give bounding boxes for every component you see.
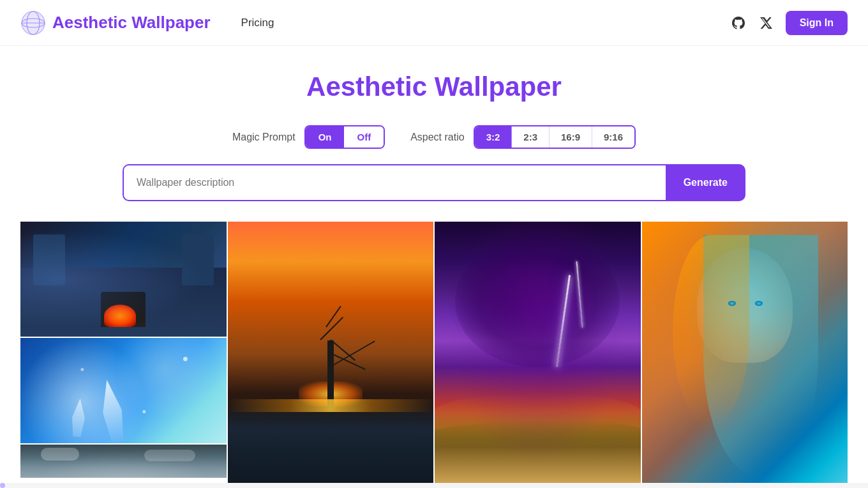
navbar-actions: Sign In (731, 11, 848, 35)
aspect-ratio-control: Aspect ratio 3:2 2:3 16:9 9:16 (410, 125, 636, 149)
twitter-x-icon-button[interactable] (759, 16, 773, 30)
brand-link[interactable]: Aesthetic Wallpaper (20, 10, 211, 36)
controls-section: Magic Prompt On Off Aspect ratio 3:2 2:3… (0, 125, 868, 149)
gallery-item[interactable] (642, 222, 848, 486)
gallery-col-1 (20, 222, 227, 486)
nav-pricing[interactable]: Pricing (241, 17, 274, 29)
aspect-buttons: 3:2 2:3 16:9 9:16 (474, 125, 636, 149)
gallery-col-3 (435, 222, 641, 486)
gallery-col-2 (228, 222, 434, 486)
aspect-3-2-button[interactable]: 3:2 (475, 126, 513, 148)
twitter-x-icon (759, 16, 773, 30)
hero-section: Aesthetic Wallpaper (0, 46, 868, 115)
gallery-item[interactable] (435, 222, 641, 486)
gallery-item[interactable] (20, 222, 227, 337)
page-title: Aesthetic Wallpaper (20, 72, 848, 102)
sign-in-button[interactable]: Sign In (786, 11, 848, 35)
prompt-input[interactable] (123, 164, 666, 201)
toggle-off-button[interactable]: Off (344, 126, 384, 148)
scrollbar-area (0, 483, 868, 486)
gallery-item[interactable] (228, 222, 434, 486)
magic-prompt-control: Magic Prompt On Off (232, 125, 385, 149)
gallery-item[interactable] (20, 338, 227, 443)
navbar: Aesthetic Wallpaper Pricing Sign In (0, 0, 868, 46)
toggle-on-button[interactable]: On (306, 126, 345, 148)
generate-button[interactable]: Generate (666, 164, 745, 201)
brand-title: Aesthetic Wallpaper (52, 13, 211, 33)
main-nav: Pricing (241, 17, 274, 29)
github-icon-button[interactable] (731, 15, 746, 31)
prompt-bar: Generate (102, 164, 766, 201)
gallery-item[interactable] (20, 445, 227, 478)
magic-prompt-label: Magic Prompt (232, 132, 296, 143)
toggle-buttons: On Off (304, 125, 385, 149)
aspect-16-9-button[interactable]: 16:9 (550, 126, 592, 148)
globe-logo-icon (20, 10, 46, 36)
aspect-2-3-button[interactable]: 2:3 (512, 126, 550, 148)
aspect-9-16-button[interactable]: 9:16 (592, 126, 634, 148)
gallery (0, 222, 868, 486)
gallery-col-4 (642, 222, 848, 486)
github-icon (731, 15, 746, 31)
aspect-ratio-label: Aspect ratio (410, 132, 464, 143)
